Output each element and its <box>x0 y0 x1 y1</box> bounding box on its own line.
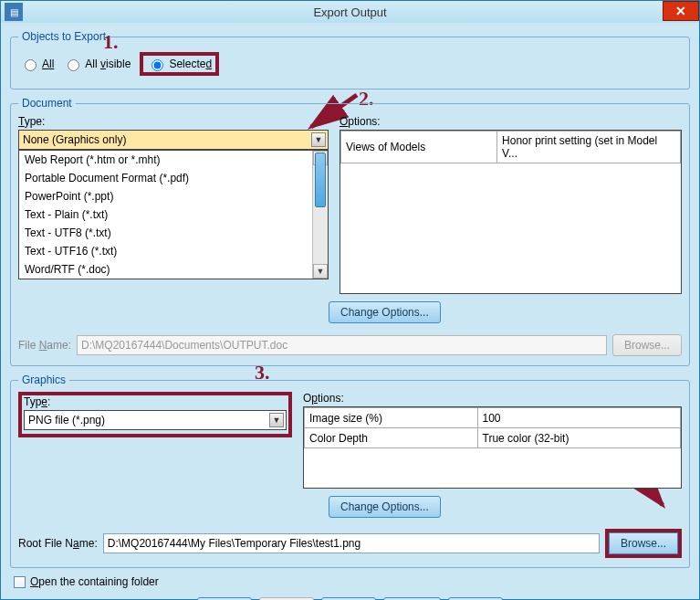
option-value: True color (32-bit) <box>477 428 680 448</box>
document-type-listbox[interactable]: Web Report (*.htm or *.mht) Portable Doc… <box>18 150 329 279</box>
list-item[interactable]: PowerPoint (*.ppt) <box>19 187 328 205</box>
window-title: Export Output <box>313 5 386 19</box>
radio-all-label: All <box>42 58 54 70</box>
radio-all-visible[interactable]: All visible <box>63 57 131 71</box>
export-output-dialog: ▤ Export Output ✕ 1. 2. 3. 4. Objects to… <box>0 0 700 600</box>
option-name: Color Depth <box>305 428 478 448</box>
graphics-group: Graphics Type: PNG file (*.png) ▼ Option… <box>10 374 690 568</box>
option-name: Image size (%) <box>305 408 478 428</box>
document-browse-button: Browse... <box>612 334 682 356</box>
radio-all-input[interactable] <box>25 59 37 71</box>
radio-all-visible-input[interactable] <box>68 59 79 71</box>
radio-all-visible-label: All visible <box>85 58 131 70</box>
graphics-root-file-label: Root File Name: <box>18 537 98 550</box>
document-file-name-label: File Name: <box>18 339 71 352</box>
document-type-label: Type: <box>18 115 329 128</box>
document-type-value: None (Graphics only) <box>23 133 126 146</box>
scrollbar[interactable]: ▲ ▼ <box>312 151 328 279</box>
document-file-name-input: D:\MQ20167444\Documents\OUTPUT.doc <box>77 335 607 355</box>
document-group: Document Type: None (Graphics only) ▼ We… <box>10 97 690 366</box>
graphics-legend: Graphics <box>18 374 69 386</box>
radio-selected[interactable]: Selected <box>147 57 212 71</box>
chevron-down-icon[interactable]: ▼ <box>311 132 326 147</box>
document-options-box: Views of Models Honor print setting (set… <box>340 130 682 294</box>
option-value: Honor print setting (set in Model V... <box>497 132 681 163</box>
app-icon: ▤ <box>5 3 23 21</box>
list-item[interactable]: Web Report (*.htm or *.mht) <box>19 151 328 169</box>
graphics-options-label: Options: <box>303 392 682 405</box>
graphics-browse-button[interactable]: Browse... <box>609 532 678 554</box>
radio-all[interactable]: All <box>20 57 54 71</box>
open-folder-label: Open the containing folder <box>30 575 159 588</box>
document-change-options-button[interactable]: Change Options... <box>329 301 441 323</box>
document-type-dropdown[interactable]: None (Graphics only) ▼ <box>18 130 329 150</box>
radio-selected-input[interactable] <box>151 59 163 71</box>
scroll-thumb[interactable] <box>315 153 326 207</box>
highlight-browse: Browse... <box>605 529 682 558</box>
close-button[interactable]: ✕ <box>663 1 699 21</box>
table-row: Views of Models Honor print setting (set… <box>341 132 681 163</box>
graphics-type-value: PNG file (*.png) <box>28 414 105 426</box>
document-options-label: Options: <box>340 115 682 128</box>
highlight-graphics-type: Type: PNG file (*.png) ▼ <box>18 392 292 437</box>
objects-to-export-group: Objects to Export All All visible Select… <box>10 30 690 89</box>
chevron-down-icon[interactable]: ▼ <box>269 413 284 427</box>
graphics-type-dropdown[interactable]: PNG file (*.png) ▼ <box>24 410 287 430</box>
graphics-root-file-input[interactable]: D:\MQ20167444\My Files\Temporary Files\t… <box>103 533 600 553</box>
open-folder-checkbox[interactable] <box>14 576 26 588</box>
highlight-selected: Selected <box>140 52 219 76</box>
graphics-type-label: Type: <box>24 395 287 408</box>
table-row: Color Depth True color (32-bit) <box>305 428 681 448</box>
list-item[interactable]: Text - UTF8 (*.txt) <box>19 224 328 242</box>
list-item-selected[interactable]: None (Graphics only) <box>19 279 328 279</box>
table-row: Image size (%) 100 <box>305 408 681 428</box>
radio-selected-label: Selected <box>169 58 212 70</box>
list-item[interactable]: Text - UTF16 (*.txt) <box>19 242 328 260</box>
graphics-options-box: Image size (%) 100 Color Depth True colo… <box>303 406 682 489</box>
list-item[interactable]: Text - Plain (*.txt) <box>19 205 328 224</box>
titlebar: ▤ Export Output ✕ <box>1 1 699 23</box>
list-item[interactable]: Portable Document Format (*.pdf) <box>19 169 328 187</box>
list-item[interactable]: Word/RTF (*.doc) <box>19 260 328 279</box>
scroll-down-icon[interactable]: ▼ <box>313 264 328 279</box>
option-name: Views of Models <box>341 132 497 163</box>
option-value: 100 <box>477 408 680 428</box>
objects-to-export-legend: Objects to Export <box>18 30 110 43</box>
graphics-change-options-button[interactable]: Change Options... <box>329 496 441 518</box>
document-legend: Document <box>18 97 76 110</box>
